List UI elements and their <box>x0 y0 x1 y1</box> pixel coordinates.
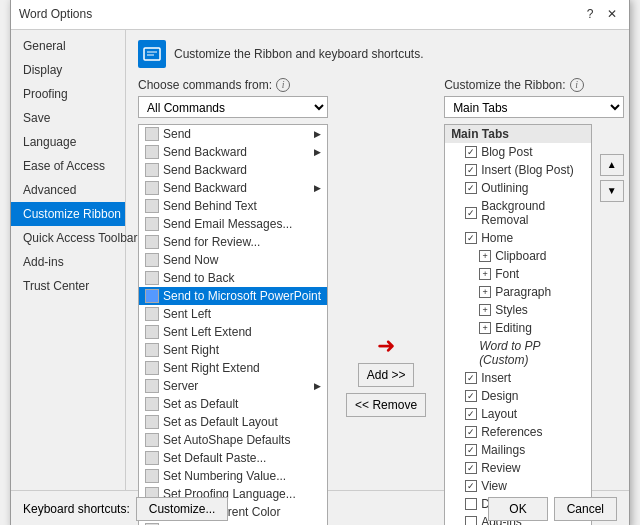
sidebar-item-language[interactable]: Language <box>11 130 125 154</box>
list-item[interactable]: Send for Review... <box>139 233 327 251</box>
svg-rect-0 <box>144 48 160 60</box>
ribbon-item[interactable]: + Clipboard <box>445 247 591 265</box>
add-button[interactable]: Add >> <box>358 363 415 387</box>
list-item[interactable]: Send Now <box>139 251 327 269</box>
sidebar-item-display[interactable]: Display <box>11 58 125 82</box>
ribbon-item[interactable]: + Editing <box>445 319 591 337</box>
keyboard-shortcuts-label: Keyboard shortcuts: <box>23 502 130 516</box>
ribbon-item[interactable]: ✓ References <box>445 423 591 441</box>
sidebar-item-ease-of-access[interactable]: Ease of Access <box>11 154 125 178</box>
ribbon-item[interactable]: ✓ Outlining <box>445 179 591 197</box>
ribbon-item[interactable]: ✓ Background Removal <box>445 197 591 229</box>
customize-keyboard-button[interactable]: Customize... <box>136 497 229 521</box>
ribbon-item[interactable]: Main Tabs <box>445 125 591 143</box>
close-button[interactable]: ✕ <box>603 5 621 23</box>
help-button[interactable]: ? <box>581 5 599 23</box>
title-bar-controls: ? ✕ <box>581 5 621 23</box>
commands-listbox[interactable]: Send▶Send Backward▶Send BackwardSend Bac… <box>138 124 328 526</box>
ribbon-item[interactable]: ✓ Layout <box>445 405 591 423</box>
right-column: Customize the Ribbon: i Main TabsTool Ta… <box>444 78 624 526</box>
red-arrow-icon: ➜ <box>377 335 395 357</box>
list-item[interactable]: Set AutoShape Defaults <box>139 431 327 449</box>
sidebar-item-general[interactable]: General <box>11 34 125 58</box>
list-item[interactable]: Set Default Paste... <box>139 449 327 467</box>
ribbon-item[interactable]: ✓ Mailings <box>445 441 591 459</box>
ribbon-item[interactable]: ✓ Blog Post <box>445 143 591 161</box>
main-header: Customize the Ribbon and keyboard shortc… <box>138 40 624 68</box>
commands-from-label: Choose commands from: i <box>138 78 328 92</box>
sidebar-item-trust-center[interactable]: Trust Center <box>11 274 125 298</box>
ribbon-item[interactable]: ✓ View <box>445 477 591 495</box>
commands-from-info-icon[interactable]: i <box>276 78 290 92</box>
list-item[interactable]: Sent Right <box>139 341 327 359</box>
title-bar: Word Options ? ✕ <box>11 0 629 30</box>
list-item[interactable]: Sent Left <box>139 305 327 323</box>
move-down-button[interactable]: ▼ <box>600 180 624 202</box>
sidebar-item-proofing[interactable]: Proofing <box>11 82 125 106</box>
list-item[interactable]: Send▶ <box>139 125 327 143</box>
list-item[interactable]: Sent Left Extend <box>139 323 327 341</box>
ribbon-item[interactable]: + Paragraph <box>445 283 591 301</box>
list-item[interactable]: Send Behind Text <box>139 197 327 215</box>
commands-from-dropdown[interactable]: All CommandsPopular CommandsCommands Not… <box>138 96 328 118</box>
list-item[interactable]: Send Backward▶ <box>139 143 327 161</box>
sidebar: GeneralDisplayProofingSaveLanguageEase o… <box>11 30 126 490</box>
main-header-text: Customize the Ribbon and keyboard shortc… <box>174 47 423 61</box>
dialog-body: GeneralDisplayProofingSaveLanguageEase o… <box>11 30 629 490</box>
cancel-button[interactable]: Cancel <box>554 497 617 521</box>
list-item[interactable]: Send to Back <box>139 269 327 287</box>
ok-button[interactable]: OK <box>488 497 547 521</box>
middle-buttons: ➜ Add >> << Remove <box>340 108 432 526</box>
ribbon-item[interactable]: ✓ Insert <box>445 369 591 387</box>
list-item[interactable]: Set Numbering Value... <box>139 467 327 485</box>
ribbon-order-buttons: ▲ ▼ <box>600 154 624 526</box>
ribbon-item[interactable]: + Styles <box>445 301 591 319</box>
sidebar-item-quick-access-toolbar[interactable]: Quick Access Toolbar <box>11 226 125 250</box>
ribbon-item[interactable]: ✓ Insert (Blog Post) <box>445 161 591 179</box>
customize-ribbon-info-icon[interactable]: i <box>570 78 584 92</box>
keyboard-shortcuts-row: Keyboard shortcuts: Customize... <box>23 497 228 521</box>
ribbon-item[interactable]: ✓ Design <box>445 387 591 405</box>
header-icon <box>138 40 166 68</box>
word-options-dialog: Word Options ? ✕ GeneralDisplayProofingS… <box>10 0 630 525</box>
ribbon-item[interactable]: Word to PP (Custom) <box>445 337 591 369</box>
list-item[interactable]: Set as Default <box>139 395 327 413</box>
move-up-button[interactable]: ▲ <box>600 154 624 176</box>
list-item[interactable]: Sent Right Extend <box>139 359 327 377</box>
dialog-title: Word Options <box>19 7 92 21</box>
ribbon-item[interactable]: ✓ Home <box>445 229 591 247</box>
list-item[interactable]: Send Backward▶ <box>139 179 327 197</box>
list-item[interactable]: Server▶ <box>139 377 327 395</box>
main-content: Customize the Ribbon and keyboard shortc… <box>126 30 636 490</box>
list-item[interactable]: Send Backward <box>139 161 327 179</box>
list-item[interactable]: Send to Microsoft PowerPoint <box>139 287 327 305</box>
ribbon-dropdown[interactable]: Main TabsTool TabsAll Tabs <box>444 96 624 118</box>
sidebar-item-save[interactable]: Save <box>11 106 125 130</box>
right-col-inner: Main Tabs✓ Blog Post✓ Insert (Blog Post)… <box>444 124 624 526</box>
list-item[interactable]: Send Email Messages... <box>139 215 327 233</box>
ribbon-item[interactable]: ✓ Review <box>445 459 591 477</box>
list-item[interactable]: Set as Default Layout <box>139 413 327 431</box>
list-item[interactable]: Set Zoom to ... <box>139 521 327 526</box>
sidebar-item-customize-ribbon[interactable]: Customize Ribbon <box>11 202 125 226</box>
footer-buttons: OK Cancel <box>488 497 617 521</box>
remove-button[interactable]: << Remove <box>346 393 426 417</box>
sidebar-item-add-ins[interactable]: Add-ins <box>11 250 125 274</box>
customize-ribbon-label: Customize the Ribbon: i <box>444 78 624 92</box>
left-column: Choose commands from: i All CommandsPopu… <box>138 78 328 526</box>
sidebar-item-advanced[interactable]: Advanced <box>11 178 125 202</box>
ribbon-item[interactable]: + Font <box>445 265 591 283</box>
two-columns: Choose commands from: i All CommandsPopu… <box>138 78 624 526</box>
ribbon-listbox[interactable]: Main Tabs✓ Blog Post✓ Insert (Blog Post)… <box>444 124 592 526</box>
